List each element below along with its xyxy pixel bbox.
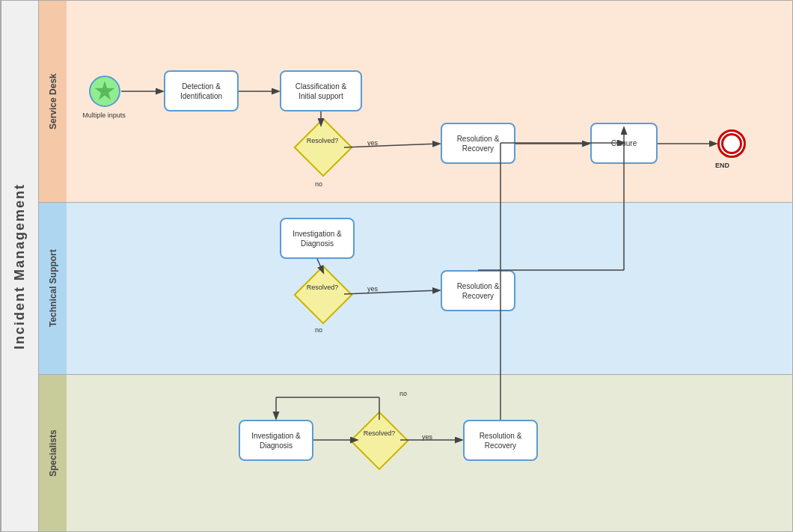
diamond-1 — [293, 117, 352, 177]
cross-lane-arrows — [67, 375, 792, 532]
investigation1-box: Investigation & Diagnosis — [280, 218, 355, 259]
investigation1-label: Investigation & Diagnosis — [293, 229, 342, 248]
investigation2-box: Investigation & Diagnosis — [239, 420, 313, 461]
lane-service-desk: Service Desk Multiple inputs Detection &… — [38, 1, 792, 203]
arrows-lane3 — [67, 375, 792, 531]
classification-label: Classification & Initial support — [296, 82, 346, 101]
lane-content-service-desk: Multiple inputs Detection & Identificati… — [67, 1, 792, 202]
end-label: END — [715, 162, 729, 169]
no-label-2: no — [315, 326, 322, 334]
closure-label: Closure — [611, 138, 637, 148]
end-icon — [721, 133, 742, 154]
main-container: Incident Management Service Desk Multipl… — [0, 0, 793, 532]
diamond-3 — [349, 411, 408, 470]
classification-box: Classification & Initial support — [280, 70, 362, 111]
lane-label-specialists: Specialists — [38, 375, 67, 531]
diagram-title: Incident Management — [1, 1, 38, 531]
detection-label: Detection & Identification — [180, 82, 222, 101]
svg-line-3 — [344, 144, 439, 147]
lane-content-specialists: Investigation & Diagnosis Resolved? yes … — [67, 375, 792, 531]
investigation2-label: Investigation & Diagnosis — [251, 431, 301, 450]
resolution3-label: Resolution & Recovery — [480, 431, 522, 450]
resolution2-box: Resolution & Recovery — [441, 270, 515, 311]
start-icon — [94, 81, 115, 102]
end-node — [717, 129, 746, 158]
svg-line-7 — [344, 290, 439, 294]
lane-label-technical: Technical Support — [38, 203, 67, 374]
yes-label-3: yes — [422, 433, 432, 441]
no-label-1: no — [315, 180, 322, 188]
arrows-lane2 — [67, 203, 792, 374]
resolution2-label: Resolution & Recovery — [457, 281, 500, 301]
lane-specialists: Specialists Investigation & Diagnosis Re… — [38, 375, 792, 531]
no-label-3: no — [399, 390, 407, 397]
start-node — [89, 76, 120, 107]
lane-technical: Technical Support Investigation & Diagno… — [38, 203, 792, 375]
closure-box: Closure — [590, 123, 658, 164]
lane-content-technical: Investigation & Diagnosis Resolved? yes … — [67, 203, 792, 374]
start-label: Multiple inputs — [74, 111, 134, 119]
resolution1-box: Resolution & Recovery — [441, 123, 515, 164]
lanes-container: Service Desk Multiple inputs Detection &… — [38, 1, 792, 531]
resolution3-box: Resolution & Recovery — [463, 420, 538, 461]
lane-label-service-desk: Service Desk — [38, 1, 67, 202]
resolution1-label: Resolution & Recovery — [457, 134, 500, 153]
diamond-2 — [293, 265, 352, 324]
detection-box: Detection & Identification — [164, 70, 239, 111]
yes-label-2: yes — [367, 285, 378, 293]
yes-label-1: yes — [367, 139, 378, 147]
